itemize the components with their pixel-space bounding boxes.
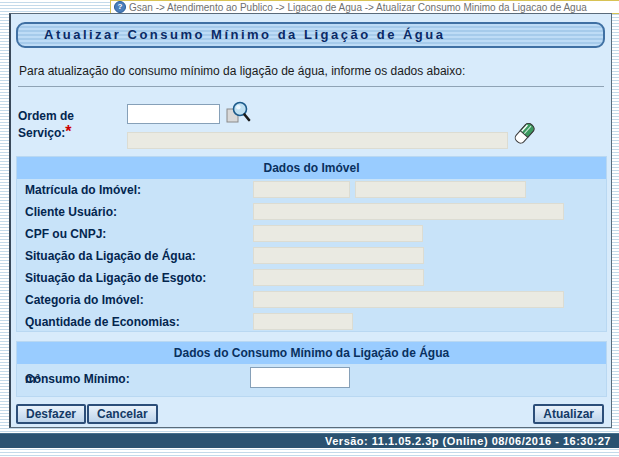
breadcrumb: ? Gsan -> Atendimento ao Publico -> Liga… bbox=[110, 0, 619, 14]
required-asterisk: * bbox=[65, 123, 71, 140]
page-title: Atualizar Consumo Mínimo da Ligação de Á… bbox=[16, 22, 605, 48]
main-frame: Atualizar Consumo Mínimo da Ligação de Á… bbox=[9, 13, 612, 428]
dados-consumo-panel: Dados do Consumo Mínimo da Ligação de Ág… bbox=[16, 341, 607, 397]
cpf-cnpj-label: CPF ou CNPJ: bbox=[25, 227, 106, 241]
cliente-usuario-field bbox=[253, 203, 564, 220]
help-icon[interactable]: ? bbox=[114, 1, 126, 13]
eraser-icon bbox=[511, 120, 537, 150]
breadcrumb-text: Gsan -> Atendimento ao Publico -> Ligaca… bbox=[129, 2, 587, 13]
consumo-minimo-unit: m³ bbox=[25, 372, 40, 386]
dados-consumo-header: Dados do Consumo Mínimo da Ligação de Ág… bbox=[17, 342, 606, 364]
cpf-cnpj-field bbox=[253, 225, 423, 242]
situacao-agua-field bbox=[253, 247, 424, 264]
consumo-minimo-label: Consumo Mínimo: bbox=[25, 372, 130, 386]
economias-label: Quantidade de Economias: bbox=[25, 315, 180, 329]
matricula-field-2 bbox=[355, 181, 526, 198]
page-background: ? Gsan -> Atendimento ao Publico -> Liga… bbox=[0, 0, 619, 457]
dados-imovel-header: Dados do Imóvel bbox=[17, 157, 606, 179]
cliente-usuario-label: Cliente Usuário: bbox=[25, 205, 117, 219]
search-icon bbox=[225, 100, 251, 126]
situacao-esgoto-label: Situação da Ligação de Esgoto: bbox=[25, 271, 206, 285]
situacao-agua-label: Situação da Ligação de Água: bbox=[25, 249, 196, 263]
cancelar-button[interactable]: Cancelar bbox=[87, 404, 158, 424]
instruction-text: Para atualização do consumo mínimo da li… bbox=[19, 64, 465, 78]
desfazer-button[interactable]: Desfazer bbox=[16, 404, 86, 424]
version-bar: Versão: 11.1.05.2.3p (Online) 08/06/2016… bbox=[0, 433, 619, 448]
row-cliente-usuario: Cliente Usuário: bbox=[17, 201, 606, 223]
categoria-field bbox=[253, 291, 564, 308]
dados-imovel-panel: Dados do Imóvel Matrícula do Imóvel: Cli… bbox=[16, 156, 607, 332]
row-consumo-minimo: Consumo Mínimo: m³ bbox=[17, 364, 606, 394]
atualizar-button[interactable]: Atualizar bbox=[533, 404, 604, 424]
ordem-servico-input[interactable] bbox=[127, 104, 220, 124]
matricula-label: Matrícula do Imóvel: bbox=[25, 183, 141, 197]
ordem-servico-label: Ordem de Serviço:* bbox=[18, 107, 124, 141]
search-button[interactable] bbox=[225, 100, 251, 126]
divider bbox=[18, 86, 604, 87]
categoria-label: Categoria do Imóvel: bbox=[25, 293, 144, 307]
row-categoria: Categoria do Imóvel: bbox=[17, 289, 606, 311]
matricula-field-1 bbox=[253, 181, 350, 198]
ordem-servico-description-field bbox=[127, 132, 508, 149]
row-economias: Quantidade de Economias: bbox=[17, 311, 606, 333]
row-cpf-cnpj: CPF ou CNPJ: bbox=[17, 223, 606, 245]
row-situacao-agua: Situação da Ligação de Água: bbox=[17, 245, 606, 267]
clear-button[interactable] bbox=[511, 120, 537, 150]
consumo-minimo-input[interactable] bbox=[250, 367, 350, 388]
row-matricula: Matrícula do Imóvel: bbox=[17, 179, 606, 201]
row-situacao-esgoto: Situação da Ligação de Esgoto: bbox=[17, 267, 606, 289]
economias-field bbox=[253, 313, 353, 330]
situacao-esgoto-field bbox=[253, 269, 424, 286]
